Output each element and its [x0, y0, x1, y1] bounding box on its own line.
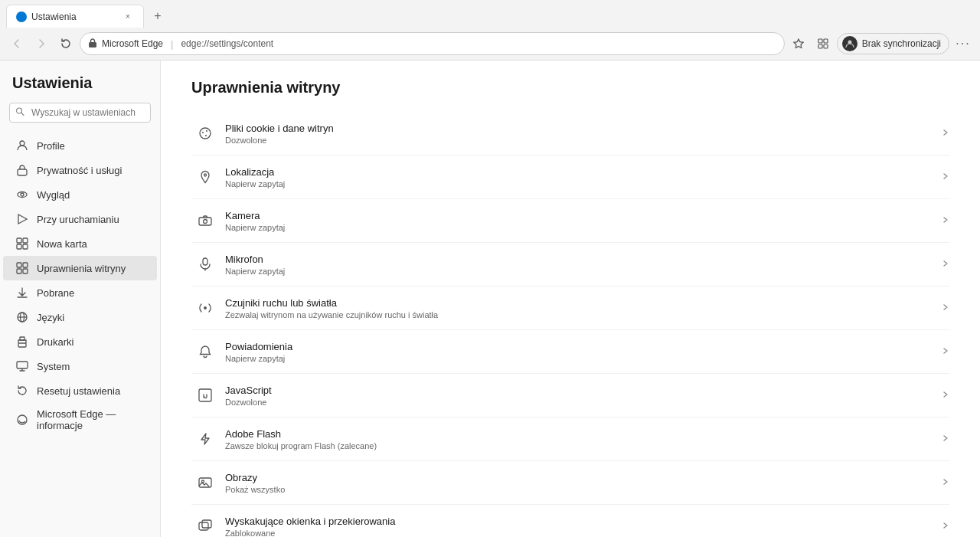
svg-rect-19: [23, 263, 28, 267]
svg-point-33: [204, 174, 207, 176]
person-icon: [15, 139, 29, 152]
settings-item-desc: Pokaż wszystko: [225, 485, 936, 494]
sidebar-nav: Profile Prywatność i usługi Wygląd Przy …: [0, 130, 160, 440]
address-pipe: |: [171, 38, 173, 50]
refresh-icon: [15, 384, 29, 398]
sidebar-item-languages[interactable]: Języki: [3, 305, 157, 329]
chevron-right-icon: [942, 215, 949, 226]
nav-label: Resetuj ustawienia: [37, 385, 120, 397]
settings-item-popups[interactable]: Wyskakujące okienka i przekierowania Zab…: [191, 505, 949, 537]
sync-button[interactable]: Brak synchronizacji: [837, 33, 949, 54]
svg-rect-4: [818, 44, 822, 48]
address-site-name: Microsoft Edge: [102, 38, 163, 49]
svg-rect-16: [17, 244, 21, 249]
settings-item-title: Powiadomienia: [225, 341, 936, 352]
sidebar-item-appearance[interactable]: Wygląd: [3, 182, 157, 207]
settings-item-text: Adobe Flash Zawsze blokuj program Flash …: [219, 428, 942, 450]
address-bar[interactable]: Microsoft Edge | edge://settings/content: [80, 32, 785, 55]
chevron-right-icon: [942, 521, 949, 532]
svg-rect-36: [203, 258, 207, 265]
printer-icon: [15, 335, 29, 349]
toolbar-right: Brak synchronizacji ···: [788, 33, 974, 54]
camera-icon: [191, 207, 219, 234]
sidebar-item-privacy[interactable]: Prywatność i usługi: [3, 158, 157, 182]
nav-label: Nowa karta: [37, 238, 87, 250]
microphone-icon: [191, 250, 219, 278]
eye-icon: [15, 188, 29, 201]
svg-rect-10: [18, 169, 27, 175]
settings-item-title: JavaScript: [225, 385, 936, 396]
chevron-right-icon: [942, 390, 949, 401]
sidebar-item-downloads[interactable]: Pobrane: [3, 280, 157, 305]
tab-favicon: [16, 11, 27, 22]
svg-rect-3: [824, 39, 828, 43]
chevron-right-icon: [942, 259, 949, 270]
settings-item-title: Lokalizacja: [225, 166, 936, 178]
settings-item-images[interactable]: Obrazy Pokaż wszystko: [191, 461, 949, 505]
image-icon: [191, 469, 219, 496]
chevron-right-icon: [942, 172, 949, 182]
sidebar-search: [0, 100, 160, 130]
svg-rect-25: [18, 343, 26, 347]
svg-rect-26: [20, 337, 24, 340]
flash-icon: [191, 425, 219, 453]
chevron-right-icon: [942, 346, 949, 357]
settings-item-text: Czujniki ruchu lub światła Zezwalaj witr…: [219, 297, 942, 319]
grid-icon: [15, 237, 29, 250]
nav-label: Uprawnienia witryny: [37, 263, 126, 274]
forward-button[interactable]: [31, 33, 52, 54]
search-input[interactable]: [9, 103, 151, 123]
favorites-button[interactable]: [788, 33, 809, 54]
chevron-right-icon: [942, 434, 949, 444]
js-icon: [191, 381, 219, 409]
settings-item-camera[interactable]: Kamera Napierw zapytaj: [191, 199, 949, 243]
settings-item-location[interactable]: Lokalizacja Napierw zapytaj: [191, 156, 949, 199]
new-tab-button[interactable]: +: [147, 5, 168, 27]
sidebar-item-newtab[interactable]: Nowa karta: [3, 231, 157, 256]
settings-list: Pliki cookie i dane witryn Dozwolone Lok…: [191, 112, 949, 537]
settings-item-microphone[interactable]: Mikrofon Napierw zapytaj: [191, 243, 949, 287]
settings-item-desc: Zablokowane: [225, 529, 936, 538]
refresh-button[interactable]: [55, 33, 77, 54]
location-icon: [191, 163, 219, 191]
settings-item-desc: Napierw zapytaj: [225, 267, 936, 276]
svg-point-9: [20, 141, 24, 146]
svg-rect-43: [202, 520, 211, 528]
sidebar-item-reset[interactable]: Resetuj ustawienia: [3, 378, 157, 403]
tab-close-button[interactable]: ×: [122, 11, 134, 23]
svg-marker-13: [18, 214, 27, 224]
svg-point-12: [21, 193, 24, 196]
globe-icon: [15, 310, 29, 324]
nav-label: Prywatność i usługi: [37, 165, 122, 176]
settings-item-title: Adobe Flash: [225, 428, 936, 440]
svg-point-35: [204, 220, 207, 224]
svg-rect-21: [23, 269, 28, 273]
sidebar-item-system[interactable]: System: [3, 354, 157, 378]
chevron-right-icon: [942, 477, 949, 488]
nav-label: Profile: [37, 140, 65, 152]
back-button[interactable]: [6, 33, 28, 54]
svg-point-38: [204, 306, 207, 309]
sidebar-item-printers[interactable]: Drukarki: [3, 329, 157, 354]
browser-menu-button[interactable]: ···: [952, 33, 974, 54]
play-icon: [15, 212, 29, 226]
browser-chrome: Ustawienia × + Microsoft Edge | edge://s…: [0, 0, 980, 61]
nav-label: System: [37, 361, 70, 372]
sidebar-item-startup[interactable]: Przy uruchamianiu: [3, 207, 157, 231]
settings-item-flash[interactable]: Adobe Flash Zawsze blokuj program Flash …: [191, 417, 949, 461]
settings-item-desc: Napierw zapytaj: [225, 179, 936, 188]
sidebar-item-permissions[interactable]: Uprawnienia witryny: [3, 256, 157, 280]
bell-icon: [191, 338, 219, 365]
sidebar-item-profile[interactable]: Profile: [3, 133, 157, 158]
settings-item-cookies[interactable]: Pliki cookie i dane witryn Dozwolone: [191, 112, 949, 156]
collections-button[interactable]: [812, 33, 834, 54]
svg-point-0: [18, 14, 24, 20]
edge-icon: [15, 413, 29, 427]
settings-item-notifications[interactable]: Powiadomienia Napierw zapytaj: [191, 330, 949, 374]
settings-item-motion[interactable]: Czujniki ruchu lub światła Zezwalaj witr…: [191, 287, 949, 330]
sidebar-item-about[interactable]: Microsoft Edge — informacje: [3, 403, 157, 437]
svg-point-31: [206, 130, 207, 132]
settings-item-text: JavaScript Dozwolone: [219, 385, 942, 407]
settings-item-javascript[interactable]: JavaScript Dozwolone: [191, 374, 949, 417]
active-tab[interactable]: Ustawienia ×: [6, 5, 144, 28]
